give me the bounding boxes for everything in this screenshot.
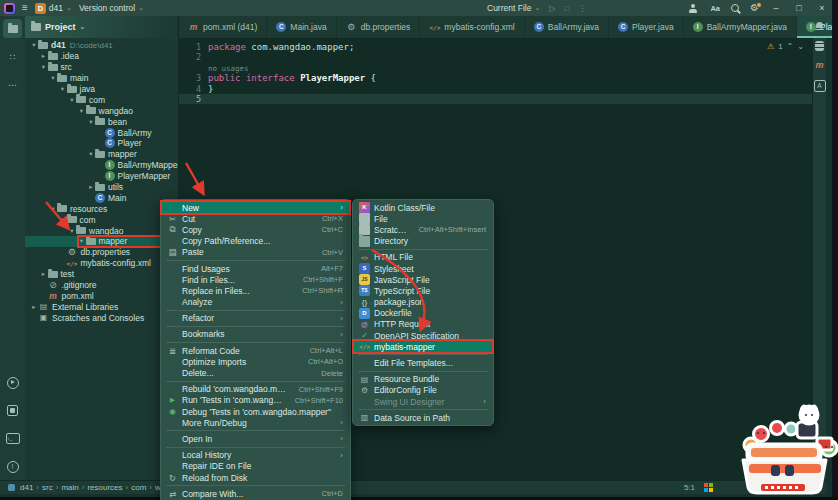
menu-item[interactable]: Repair IDE on File › (161, 461, 350, 472)
maximize-button[interactable]: □ (793, 3, 805, 13)
search-everywhere-icon[interactable] (731, 4, 739, 12)
submenu-item[interactable]: TS TypeScript File › (353, 285, 493, 296)
menu-item[interactable]: ≣ Reformat Code Ctrl+Alt+L › (161, 345, 350, 356)
breadcrumb-item[interactable]: d41 (20, 483, 33, 492)
vcs-widget[interactable]: Version control ⌄ (79, 3, 144, 13)
tree-row[interactable]: ▸ ▤ External Libraries (25, 301, 178, 312)
submenu-item[interactable]: Scratch File Ctrl+Alt+Shift+Insert › (353, 224, 493, 235)
terminal-tool-icon[interactable]: ›_ (3, 429, 22, 448)
menu-item[interactable]: Optimize Imports Ctrl+Alt+O › (161, 356, 350, 367)
tree-row[interactable]: m pom.xml (25, 290, 178, 301)
main-menu-icon[interactable]: ≡ (22, 3, 28, 13)
settings-gear-icon[interactable]: ⚙ (750, 3, 759, 13)
menu-item[interactable]: Refactor › (161, 313, 350, 324)
problems-tool-icon[interactable]: ! (3, 457, 22, 476)
translate-icon[interactable]: Aa (710, 4, 720, 13)
menu-item[interactable]: ⇄ Compare With... Ctrl+D › (161, 488, 350, 499)
tree-row[interactable]: ▾ d41 D:\code\d41 (25, 40, 178, 51)
submenu-item[interactable]: ✓ OpenAPI Specification › (353, 330, 493, 341)
editor-tab[interactable]: m pom.xml (d41) × (179, 16, 267, 38)
minimize-button[interactable]: – (770, 3, 782, 13)
submenu-item[interactable]: JS JavaScript File › (353, 274, 493, 285)
editor-tab[interactable]: C Player.java × (609, 16, 684, 38)
next-problem-icon[interactable]: ⌄ (797, 42, 804, 51)
run-icon[interactable]: ▷ (549, 4, 555, 13)
breadcrumb-item[interactable]: resources (82, 483, 123, 492)
submenu-item[interactable]: ⚙ EditorConfig File › (353, 385, 493, 396)
editor-tab[interactable]: ⚙ db.properties × (337, 16, 421, 38)
prev-problem-icon[interactable]: ⌃ (787, 42, 794, 51)
tree-row[interactable]: </> mybatis-config.xml (25, 258, 178, 269)
caret-position[interactable]: 5:1 (684, 483, 695, 492)
tree-row[interactable]: ▾ bean (25, 116, 178, 127)
submenu-item[interactable]: <> HTML File › (353, 252, 493, 263)
menu-item[interactable]: ▶ Run 'Tests in 'com.wangdao.mapper'' Ct… (161, 395, 350, 406)
tree-row[interactable]: I PlayerMapper (25, 171, 178, 182)
submenu-item[interactable]: </> mybatis-mapper › (353, 341, 493, 352)
editor-tab[interactable]: </> mybatis-config.xml × (420, 16, 524, 38)
submenu-item[interactable]: ▥ Data Source in Path › (353, 412, 493, 423)
tree-row[interactable]: ▾ java (25, 84, 178, 95)
editor-tab[interactable]: C Main.java × (267, 16, 336, 38)
tree-row[interactable]: I BallArmyMapper (25, 160, 178, 171)
tree-row[interactable]: ▾ wangdao (25, 105, 178, 116)
menu-item[interactable]: ◉ Debug 'Tests in 'com.wangdao.mapper'' … (161, 406, 350, 417)
tree-row[interactable]: ▾ src (25, 62, 178, 73)
tree-row[interactable]: C Player (25, 138, 178, 149)
run-configuration-selector[interactable]: Current File ⌄ (487, 3, 540, 13)
tree-row[interactable]: C Main (25, 192, 178, 203)
run-tool-icon[interactable] (3, 373, 22, 392)
ai-assistant-icon[interactable]: A (814, 80, 826, 92)
breadcrumb-item[interactable]: main (56, 483, 79, 492)
submenu-item[interactable]: K Kotlin Class/File › (353, 202, 493, 213)
breadcrumb-item[interactable]: com (126, 483, 147, 492)
close-button[interactable]: × (816, 3, 828, 13)
tree-row[interactable]: ▾ mapper (25, 149, 178, 160)
more-actions-icon[interactable]: ⋮ (578, 4, 586, 13)
structure-tool-icon[interactable]: ∷ (3, 47, 22, 66)
submenu-item[interactable]: @ HTTP Request › (353, 319, 493, 330)
project-panel-header[interactable]: Project ⌄ (25, 16, 178, 38)
submenu-item[interactable]: S Stylesheet › (353, 263, 493, 274)
submenu-item[interactable]: Swing UI Designer › (353, 396, 493, 407)
maven-tool-icon[interactable]: m (815, 61, 823, 70)
submenu-item[interactable]: Edit File Templates... › (353, 357, 493, 368)
tree-row[interactable]: ▸ utils (25, 182, 178, 193)
tree-row[interactable]: ▸ .idea (25, 51, 178, 62)
services-tool-icon[interactable] (3, 401, 22, 420)
tree-row[interactable]: ▾ mapper (25, 236, 178, 247)
tree-row[interactable]: ▾ com (25, 94, 178, 105)
submenu-item[interactable]: ▤ Resource Bundle › (353, 374, 493, 385)
menu-item[interactable]: Local History › (161, 450, 350, 461)
database-tool-icon[interactable] (815, 41, 824, 51)
menu-item[interactable]: ✂ Cut Ctrl+X › (161, 213, 350, 224)
submenu-item[interactable]: Directory › (353, 236, 493, 247)
editor-tab[interactable]: I BallArmyMapper.java × (684, 16, 797, 38)
menu-item[interactable]: New › (161, 202, 350, 213)
menu-item[interactable]: ↻ Reload from Disk › (161, 472, 350, 483)
project-widget[interactable]: D d41 ⌄ (35, 3, 72, 14)
tree-row[interactable]: ▾ main (25, 73, 178, 84)
inspection-widget[interactable]: ⚠ 1 ⌃ ⌄ (767, 42, 804, 51)
menu-item[interactable]: More Run/Debug › (161, 417, 350, 428)
menu-item[interactable]: Delete... Delete › (161, 367, 350, 378)
editor-tab[interactable]: C BallArmy.java × (525, 16, 609, 38)
code-with-me-icon[interactable] (689, 4, 699, 13)
project-tool-icon[interactable] (3, 19, 22, 38)
tree-row[interactable]: ▣ Scratches and Consoles (25, 312, 178, 323)
breadcrumb-item[interactable]: src (36, 483, 52, 492)
tree-row[interactable]: ⊘ .gitignore (25, 280, 178, 291)
tree-row[interactable]: C BallArmy (25, 127, 178, 138)
menu-item[interactable]: Bookmarks › (161, 329, 350, 340)
menu-item[interactable]: Replace in Files... Ctrl+Shift+R › (161, 285, 350, 296)
menu-item[interactable]: Find Usages Alt+F7 › (161, 263, 350, 274)
menu-item[interactable]: Rebuild 'com.wangdao.mapper' Ctrl+Shift+… (161, 384, 350, 395)
submenu-item[interactable]: File › (353, 213, 493, 224)
tree-row[interactable]: ▾ wangdao (25, 225, 178, 236)
menu-item[interactable]: ▤ Paste Ctrl+V › (161, 247, 350, 258)
menu-item[interactable]: Analyze › (161, 297, 350, 308)
tree-row[interactable]: ▾ com (25, 214, 178, 225)
submenu-item[interactable]: D Dockerfile › (353, 308, 493, 319)
tree-row[interactable]: ⚙ db.properties (25, 247, 178, 258)
notifications-bell-icon[interactable] (815, 22, 824, 31)
